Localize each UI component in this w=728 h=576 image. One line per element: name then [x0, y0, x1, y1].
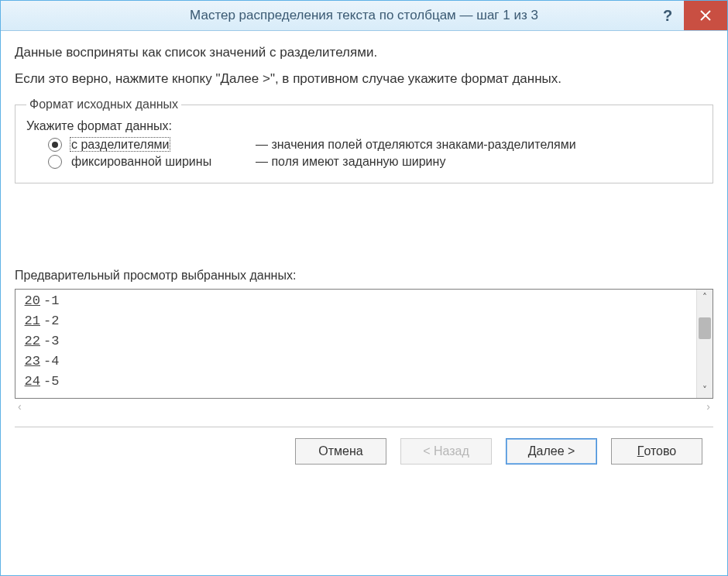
preview-line: 24 -5: [17, 372, 696, 392]
finish-button[interactable]: Готово: [611, 438, 702, 465]
format-prompt: Укажите формат данных:: [26, 119, 702, 133]
preview-line-number: 23: [17, 351, 42, 372]
button-bar: Отмена < Назад Далее > Готово: [15, 427, 713, 475]
radio-fixed-label: фиксированной ширины: [70, 154, 213, 169]
dialog-body: Данные восприняты как список значений с …: [1, 31, 727, 575]
radio-delimited[interactable]: [48, 138, 62, 152]
preview-content: 20 -1 21 -2 22 -3 23 -4 24 -5: [15, 290, 696, 398]
preview-line: 20 -1: [17, 291, 696, 311]
spacer: [15, 183, 713, 269]
radio-delimited-desc: — значения полей отделяются знаками-разд…: [256, 138, 576, 152]
finish-rest: отово: [644, 444, 676, 458]
wizard-dialog: Мастер распределения текста по столбцам …: [0, 0, 728, 576]
cancel-button[interactable]: Отмена: [295, 438, 386, 465]
preview-line: 23 -4: [17, 351, 696, 372]
preview-line-value: -3: [42, 331, 59, 351]
vertical-scrollbar[interactable]: ˄ ˅: [696, 290, 713, 398]
scroll-down-arrow-icon[interactable]: ˅: [697, 382, 713, 398]
scroll-left-arrow-icon[interactable]: ‹: [18, 400, 22, 413]
scroll-up-arrow-icon[interactable]: ˄: [697, 290, 713, 305]
window-title: Мастер распределения текста по столбцам …: [1, 8, 727, 23]
scroll-thumb[interactable]: [699, 317, 711, 339]
back-button: < Назад: [400, 438, 492, 465]
close-button[interactable]: [684, 1, 727, 30]
horizontal-scrollbar[interactable]: ‹ ›: [15, 399, 713, 414]
preview-box: 20 -1 21 -2 22 -3 23 -4 24 -5: [15, 289, 713, 399]
next-button[interactable]: Далее >: [506, 438, 597, 465]
close-icon: [700, 10, 711, 21]
intro-text-2: Если это верно, нажмите кнопку "Далее >"…: [15, 71, 713, 87]
radio-delimited-label: с разделителями: [70, 137, 170, 152]
preview-line-number: 24: [17, 372, 42, 392]
preview-line-value: -1: [42, 291, 59, 311]
titlebar: Мастер распределения текста по столбцам …: [1, 1, 727, 31]
titlebar-buttons: ?: [651, 1, 727, 30]
finish-access-key: Г: [637, 444, 644, 458]
next-access-key: Д: [528, 444, 537, 458]
help-button[interactable]: ?: [651, 1, 684, 30]
radio-dot-icon: [52, 142, 58, 148]
radio-row-fixed[interactable]: фиксированной ширины — поля имеют заданн…: [48, 155, 702, 169]
preview-line-number: 22: [17, 331, 42, 351]
radio-row-delimited[interactable]: с разделителями — значения полей отделяю…: [48, 138, 702, 152]
source-format-legend: Формат исходных данных: [26, 98, 181, 111]
preview-line-number: 21: [17, 311, 42, 331]
preview-line: 21 -2: [17, 311, 696, 331]
preview-label: Предварительный просмотр выбранных данны…: [15, 269, 713, 283]
source-format-group: Формат исходных данных Укажите формат да…: [15, 98, 713, 183]
preview-line-value: -2: [42, 311, 59, 331]
scroll-right-arrow-icon[interactable]: ›: [706, 400, 710, 413]
preview-line-number: 20: [17, 291, 42, 311]
preview-line-value: -4: [42, 351, 59, 372]
next-rest: алее >: [537, 444, 575, 458]
intro-text-1: Данные восприняты как список значений с …: [15, 45, 713, 60]
preview-line: 22 -3: [17, 331, 696, 351]
radio-fixed-desc: — поля имеют заданную ширину: [256, 155, 445, 169]
preview-line-value: -5: [42, 372, 59, 392]
radio-fixed[interactable]: [48, 155, 62, 169]
